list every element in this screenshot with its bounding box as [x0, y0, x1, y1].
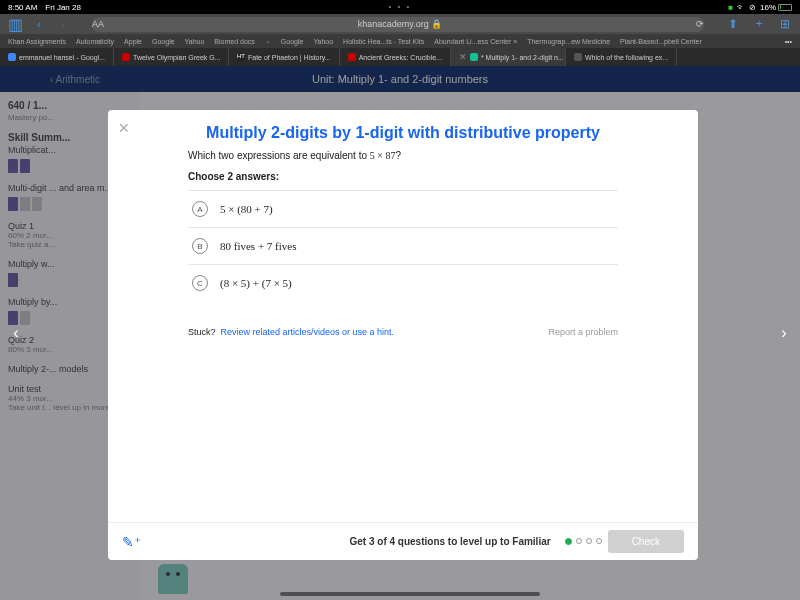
back-button[interactable]: ‹	[32, 17, 46, 31]
prev-arrow-icon[interactable]: ‹	[4, 321, 28, 345]
hint-link[interactable]: Review related articles/videos or use a …	[221, 327, 395, 337]
bookmark-item[interactable]: Google	[281, 38, 304, 45]
exercise-title: Multiply 2-digits by 1-digit with distri…	[108, 110, 698, 150]
answer-letter-badge: C	[192, 275, 208, 291]
tabs-overview-icon[interactable]: ⊞	[778, 17, 792, 31]
bookmark-item[interactable]: Yahoo	[313, 38, 333, 45]
answer-letter-badge: B	[192, 238, 208, 254]
browser-tab[interactable]: Twelve Olympian Greek G...	[114, 48, 229, 66]
url-text: khanacademy.org	[358, 19, 429, 29]
exercise-modal: ✕ Multiply 2-digits by 1-digit with dist…	[108, 110, 698, 560]
scratchpad-icon[interactable]: ✎⁺	[122, 534, 141, 550]
progress-dot-icon	[576, 538, 582, 544]
bookmarks-overflow-icon[interactable]: •••	[785, 38, 792, 45]
progress-dot-filled-icon	[565, 538, 572, 545]
close-tab-icon[interactable]: ✕	[459, 52, 467, 62]
bookmark-item[interactable]: Thermograp...ew Medicine	[527, 38, 610, 45]
new-tab-icon[interactable]: +	[752, 17, 766, 31]
lock-icon: 🔒	[431, 19, 442, 29]
orientation-lock-icon: ⊘	[749, 3, 756, 12]
browser-tab[interactable]: emmanuel hansel - Googl...	[0, 48, 114, 66]
question-prompt: Which two expressions are equivalent to …	[188, 150, 618, 161]
browser-tab[interactable]: ✕* Multiply 1- and 2-digit n...	[451, 48, 566, 66]
bookmark-item[interactable]: Google	[152, 38, 175, 45]
favicon-icon	[122, 53, 130, 61]
progress-dot-icon	[586, 538, 592, 544]
progress-dot-icon	[596, 538, 602, 544]
page-viewport: ‹ Arithmetic Unit: Multiply 1- and 2-dig…	[0, 66, 800, 600]
close-icon[interactable]: ✕	[118, 120, 130, 136]
favicon-icon	[348, 53, 356, 61]
prompt-math: 5 × 87	[370, 150, 396, 161]
answer-letter-badge: A	[192, 201, 208, 217]
favicon-icon	[8, 53, 16, 61]
tab-label: Which of the following ex...	[585, 54, 668, 61]
tab-label: Twelve Olympian Greek G...	[133, 54, 221, 61]
tab-label: Ancient Greeks: Crucible...	[359, 54, 442, 61]
video-icon: ■	[728, 3, 733, 12]
answer-choice[interactable]: B 80 fives + 7 fives	[188, 227, 618, 264]
sidebar-toggle-icon[interactable]: ▥	[8, 17, 22, 31]
favicon-icon	[574, 53, 582, 61]
favicon-icon	[470, 53, 478, 61]
tab-strip: emmanuel hansel - Googl... Twelve Olympi…	[0, 48, 800, 66]
reload-icon[interactable]: ⟳	[696, 19, 704, 29]
progress-dots	[565, 538, 602, 545]
status-time: 8:50 AM	[8, 3, 37, 12]
tab-label: emmanuel hansel - Googl...	[19, 54, 105, 61]
safari-toolbar: ▥ ‹ › AA khanacademy.org 🔒 ⟳ ⬆ + ⊞	[0, 14, 800, 34]
prompt-text: ?	[395, 150, 401, 161]
address-bar[interactable]: AA khanacademy.org 🔒 ⟳	[92, 17, 704, 32]
answer-text: 80 fives + 7 fives	[220, 240, 296, 252]
bookmark-item[interactable]: Khan Assignments	[8, 38, 66, 45]
battery-percent: 16%	[760, 3, 776, 12]
bookmark-item[interactable]: Apple	[124, 38, 142, 45]
answer-text: 5 × (80 + 7)	[220, 203, 273, 215]
browser-tab[interactable]: Which of the following ex...	[566, 48, 677, 66]
answer-choice[interactable]: C (8 × 5) + (7 × 5)	[188, 264, 618, 301]
bookmark-item[interactable]: Biomed docs	[214, 38, 254, 45]
level-up-text: Get 3 of 4 questions to level up to Fami…	[349, 536, 550, 547]
next-arrow-icon[interactable]: ›	[772, 321, 796, 345]
wifi-icon: ᯤ	[737, 3, 745, 12]
bookmark-item[interactable]: Automaticity	[76, 38, 114, 45]
answer-text: (8 × 5) + (7 × 5)	[220, 277, 292, 289]
stuck-label: Stuck?	[188, 327, 216, 337]
exercise-footer: ✎⁺ Get 3 of 4 questions to level up to F…	[108, 522, 698, 560]
tab-label: * Multiply 1- and 2-digit n...	[481, 54, 564, 61]
battery-indicator: 16%	[760, 3, 792, 12]
answer-instruction: Choose 2 answers:	[188, 171, 618, 182]
favicon-icon: HT	[237, 53, 245, 61]
prompt-text: Which two expressions are equivalent to	[188, 150, 370, 161]
answer-choice[interactable]: A 5 × (80 + 7)	[188, 190, 618, 227]
multitask-handle-icon[interactable]: • • •	[389, 2, 412, 11]
bookmarks-bar: Khan Assignments Automaticity Apple Goog…	[0, 34, 800, 48]
check-button[interactable]: Check	[608, 530, 684, 553]
tab-label: Fate of Phaeton | History...	[248, 54, 331, 61]
forward-button: ›	[56, 17, 70, 31]
browser-tab[interactable]: HTFate of Phaeton | History...	[229, 48, 340, 66]
report-problem-link[interactable]: Report a problem	[548, 327, 618, 337]
status-date: Fri Jan 28	[45, 3, 81, 12]
ios-status-bar: 8:50 AM Fri Jan 28 • • • ■ ᯤ ⊘ 16%	[0, 0, 800, 14]
bookmark-item[interactable]: Plant-Based...pbell Center	[620, 38, 702, 45]
reader-aa-icon[interactable]: AA	[92, 19, 104, 29]
bookmark-item[interactable]: Yahoo	[185, 38, 205, 45]
bookmark-item[interactable]: Abundant Li...ess Center »	[434, 38, 517, 45]
share-icon[interactable]: ⬆	[726, 17, 740, 31]
bookmark-item[interactable]: Holistic Hea...ts - Test Kits	[343, 38, 424, 45]
browser-tab[interactable]: Ancient Greeks: Crucible...	[340, 48, 451, 66]
